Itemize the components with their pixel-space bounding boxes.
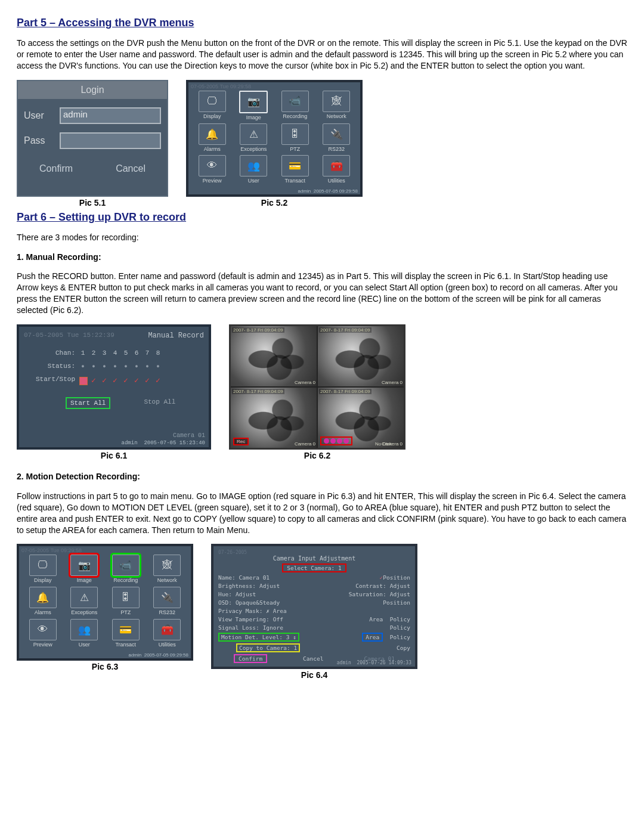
copy-button[interactable]: Copy [397,645,410,651]
vt-area[interactable]: Area [369,616,383,623]
cancel-button[interactable]: Cancel [116,163,145,174]
manrec-foot-user: admin [122,440,138,446]
menu-item-label: Utilities [159,642,176,648]
menu-item-alarms[interactable]: 🔔Alarms [23,587,63,618]
menu-item-preview[interactable]: 👁Preview [192,155,233,185]
contrast-adjust[interactable]: Adjust [390,583,410,589]
menu-item-network[interactable]: 🕸Network [147,555,188,586]
exceptions-icon: ⚠ [240,123,267,145]
start-all-button[interactable]: Start All [66,397,110,409]
menu-item-rs232[interactable]: 🔌RS232 [317,123,357,154]
menu-item-alarms[interactable]: 🔔Alarms [192,123,233,154]
sigloss-value[interactable]: Ignore [263,624,283,631]
cv1-timestamp: 2007- 8-17 Fri 09:04:09 [232,327,284,333]
menu-item-image[interactable]: 📷Image [64,555,105,586]
menu-item-transact[interactable]: 💳Transact [106,619,146,650]
startstop-check[interactable]: ✓ [88,376,99,385]
menu-item-label: Image [77,577,92,583]
chan-num: 1 [78,349,88,357]
menu-item-label: Network [157,577,177,583]
preview-icon: 👁 [29,619,57,640]
confirm-button[interactable]: Confirm [39,163,73,174]
sl-policy[interactable]: Policy [390,624,410,631]
viewtamp-value[interactable]: Off [273,616,283,623]
utilities-icon: 🧰 [323,155,350,176]
pic-6-1-manual-record: 07-05-2005 Tue 15:22:39 Manual Record Ch… [17,324,211,450]
startstop-check[interactable] [78,376,88,385]
saturation-adjust[interactable]: Adjust [390,591,410,597]
osd-position[interactable]: Position [383,599,410,606]
motion-area-button[interactable]: Area [362,633,383,642]
rs232-icon: 🔌 [153,587,181,608]
menu-item-recording[interactable]: 📹Recording [106,555,146,586]
menu-item-utilities[interactable]: 🧰Utilities [147,619,188,650]
status-dot [110,363,120,370]
confirm-button-cia[interactable]: Confirm [234,654,267,663]
hue-adjust[interactable]: Adjust [236,591,256,597]
cia-foot-time: 2005-07-26 14:09:33 [357,660,411,665]
part6-para2: Follow instructions in part 5 to go to m… [17,491,627,536]
ptz-icon: 🎛 [112,587,140,608]
pass-input[interactable] [60,132,161,149]
part6-heading: Part 6 – Setting up DVR to record [17,211,627,224]
camera-view-3: 2007- 8-17 Fri 09:04:09RecCamera 0 [231,388,317,448]
startstop-check[interactable]: ✓ [99,376,110,385]
cv3-cam: Camera 0 [295,441,315,447]
menu-item-transact[interactable]: 💳Transact [275,155,315,185]
menu-item-label: Transact [284,178,305,184]
cv3-timestamp: 2007- 8-17 Fri 09:04:09 [232,389,284,394]
chan-num: 6 [131,349,142,357]
stop-all-button[interactable]: Stop All [140,397,179,409]
menu-item-rs232[interactable]: 🔌RS232 [147,587,188,618]
menu-item-user[interactable]: 👥User [234,155,274,185]
display-icon: 🖵 [29,555,57,576]
copy-to-camera-field[interactable]: Copy to Camera: 1 [236,643,300,652]
menu-item-exceptions[interactable]: ⚠Exceptions [64,587,105,618]
name-position[interactable]: Position [383,574,410,581]
menu-item-label: Recording [113,577,138,583]
privacy-value[interactable]: ✗ Area [266,608,286,614]
menu-item-preview[interactable]: 👁Preview [23,619,63,650]
status-label: Status: [24,363,78,370]
menu-item-utilities[interactable]: 🧰Utilities [317,155,357,185]
menu-item-exceptions[interactable]: ⚠Exceptions [234,123,274,154]
name-value[interactable]: Camera 01 [239,574,270,581]
brightness-adjust[interactable]: Adjust [259,583,280,589]
menu-item-label: Network [327,113,346,119]
menu-item-label: Exceptions [71,609,97,615]
menu-item-display[interactable]: 🖵Display [192,91,233,122]
cancel-button-cia[interactable]: Cancel [303,655,323,662]
menu63-footer-time: 2005-07-05 09:29:58 [144,652,188,658]
menu-item-display[interactable]: 🖵Display [23,555,63,586]
startstop-check[interactable]: ✓ [110,376,120,385]
status-dot [99,363,110,370]
startstop-check[interactable]: ✓ [131,376,142,385]
menu-item-ptz[interactable]: 🎛PTZ [106,587,146,618]
pic51-caption: Pic 5.1 [79,198,106,208]
menu-item-label: User [248,178,259,184]
startstop-check[interactable]: ✓ [120,376,131,385]
hue-label: Hue: [218,591,232,597]
menu-item-user[interactable]: 👥User [64,619,105,650]
motion-det-level-field[interactable]: Motion Det. Level: 3 ⇕ [218,633,299,642]
startstop-check[interactable]: ✓ [142,376,153,385]
viewtamp-label: View Tampering: [218,616,270,623]
menu-item-recording[interactable]: 📹Recording [275,91,315,122]
menu-item-network[interactable]: 🕸Network [317,91,357,122]
manrec-foot-time: 2005-07-05 15:23:40 [144,440,205,446]
display-icon: 🖵 [199,91,226,112]
menu-item-image[interactable]: 📷Image [234,91,274,122]
menu-item-ptz[interactable]: 🎛PTZ [275,123,315,154]
select-camera-field[interactable]: Select Camera: 1 [282,563,346,572]
osd-value[interactable]: Opaque&Steady [236,599,280,606]
menu-item-label: PTZ [120,609,131,615]
saturation-label: Saturation: [349,591,386,597]
startstop-check[interactable]: ✓ [153,376,163,385]
chan-num: 4 [110,349,120,357]
status-dot [131,363,142,370]
motion-policy[interactable]: Policy [390,634,410,640]
vt-policy[interactable]: Policy [390,616,410,623]
menu-item-label: Preview [203,178,222,184]
menu-item-label: User [79,642,90,648]
user-input[interactable]: admin [60,107,161,124]
